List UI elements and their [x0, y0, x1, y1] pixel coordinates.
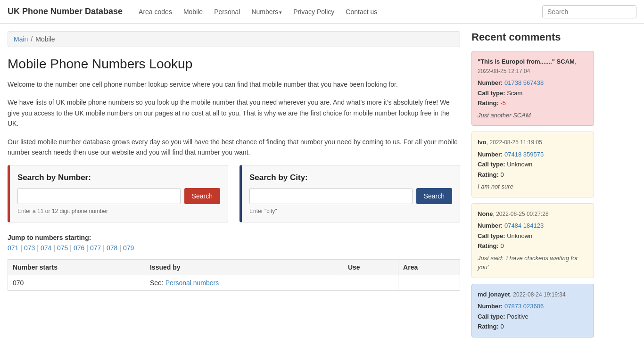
comment-rating-row: Rating: 0 — [478, 170, 588, 180]
table-header: Number starts Issued by Use Area — [8, 260, 460, 275]
comment-number-link[interactable]: 01738 567438 — [504, 79, 544, 86]
comment-calltype-value: Unknown — [507, 161, 532, 168]
comment-card-3: md jonayet, 2022-08-24 19:19:34 Number: … — [471, 284, 594, 337]
comment-rating-row: Rating: 0 — [478, 241, 588, 251]
comment-meta: Ivo, 2022-08-25 11:19:05 — [478, 138, 588, 147]
search-number-button[interactable]: Search — [184, 188, 220, 204]
comments-container: "This is Europol from......." SCAM, 2022… — [471, 51, 594, 337]
breadcrumb: Main / Mobile — [8, 31, 460, 47]
comment-card-0: "This is Europol from......." SCAM, 2022… — [471, 51, 594, 126]
comment-username: None — [478, 210, 493, 217]
comment-card-2: None, 2022-08-25 00:27:28 Number: 07484 … — [471, 203, 594, 278]
comment-number-link[interactable]: 07484 184123 — [504, 222, 544, 229]
jump-links: 071 | 073 | 074 | 075 | 076 | 077 | 078 … — [8, 244, 460, 252]
breadcrumb-current: Mobile — [35, 35, 55, 43]
comment-body: Just said: 'i have chickens waiting for … — [478, 254, 588, 272]
sidebar: Recent comments "This is Europol from...… — [471, 31, 594, 343]
jump-separator: | — [86, 244, 88, 252]
jump-separator: | — [53, 244, 55, 252]
jump-separator: | — [37, 244, 39, 252]
nav-personal[interactable]: Personal — [209, 5, 245, 18]
comment-number-row: Number: 07418 359575 — [478, 150, 588, 159]
jump-separator: | — [103, 244, 105, 252]
jump-link-075[interactable]: 075 — [57, 244, 68, 252]
comment-calltype-row: Call type: Positive — [478, 312, 588, 321]
col-area: Area — [398, 260, 460, 275]
breadcrumb-separator: / — [31, 35, 33, 43]
jump-link-076[interactable]: 076 — [74, 244, 84, 252]
search-city-button[interactable]: Search — [416, 188, 452, 204]
jump-link-079[interactable]: 079 — [123, 244, 134, 252]
comment-rating-value: 0 — [500, 242, 504, 249]
col-number-starts: Number starts — [8, 260, 145, 275]
jump-link-071[interactable]: 071 — [8, 244, 18, 252]
col-use: Use — [343, 260, 398, 275]
comment-date: , 2022-08-25 00:27:28 — [493, 211, 549, 217]
jump-label: Jump to numbers starting: — [8, 234, 460, 241]
jump-link-073[interactable]: 073 — [24, 244, 35, 252]
page-description: Welcome to the number one cell phone num… — [8, 79, 460, 157]
jump-separator: | — [20, 244, 22, 252]
cell-area — [398, 275, 460, 291]
table-header-row: Number starts Issued by Use Area — [8, 260, 460, 275]
nav-links: Area codes Mobile Personal Numbers Priva… — [134, 5, 542, 18]
jump-section: Jump to numbers starting: 071 | 073 | 07… — [8, 234, 460, 252]
desc-paragraph-2: We have lists of UK mobile phone numbers… — [8, 97, 460, 129]
comment-body: Just another SCAM — [478, 111, 588, 120]
jump-link-077[interactable]: 077 — [90, 244, 101, 252]
table-body: 070See: Personal numbers — [8, 275, 460, 291]
site-brand[interactable]: UK Phone Number Database — [8, 7, 123, 16]
search-number-hint: Enter a 11 or 12 digit phone number — [17, 208, 220, 214]
jump-link-074[interactable]: 074 — [41, 244, 51, 252]
search-city-input[interactable] — [249, 188, 413, 204]
jump-separator: | — [119, 244, 121, 252]
search-number-input[interactable] — [17, 188, 181, 204]
nav-mobile[interactable]: Mobile — [179, 5, 207, 18]
nav-privacy[interactable]: Privacy Policy — [289, 5, 339, 18]
desc-paragraph-3: Our listed mobile number database grows … — [8, 137, 460, 158]
nav-search-container — [542, 5, 636, 18]
page-title: Mobile Phone Numbers Lookup — [8, 57, 460, 72]
nav-search-input[interactable] — [542, 5, 636, 18]
comment-rating-row: Rating: 0 — [478, 322, 588, 331]
comment-rating-value: -5 — [500, 99, 506, 107]
search-by-city-box: Search by City: Search Enter "city" — [239, 165, 460, 222]
comment-calltype-label: Call type: — [478, 232, 505, 239]
col-issued-by: Issued by — [145, 260, 343, 275]
comment-number-row: Number: 07873 023606 — [478, 302, 588, 311]
breadcrumb-main-link[interactable]: Main — [14, 35, 28, 43]
nav-contact[interactable]: Contact us — [341, 5, 382, 18]
comment-number-link[interactable]: 07873 023606 — [504, 303, 544, 310]
nav-area-codes[interactable]: Area codes — [134, 5, 177, 18]
comment-meta: "This is Europol from......." SCAM, 2022… — [478, 57, 588, 75]
comment-calltype-row: Call type: Unknown — [478, 231, 588, 241]
search-city-hint: Enter "city" — [249, 208, 452, 214]
comment-calltype-label: Call type: — [478, 161, 505, 168]
comment-number-label: Number: — [478, 222, 503, 229]
comment-calltype-row: Call type: Scam — [478, 89, 588, 98]
comment-rating-label: Rating: — [478, 242, 499, 249]
comment-number-link[interactable]: 07418 359575 — [504, 151, 544, 158]
comment-calltype-row: Call type: Unknown — [478, 160, 588, 169]
comment-date: , 2022-08-24 19:19:34 — [510, 291, 566, 298]
dropdown-caret-icon — [279, 8, 282, 16]
main-container: Main / Mobile Mobile Phone Numbers Looku… — [0, 24, 644, 351]
comment-number-row: Number: 07484 184123 — [478, 221, 588, 230]
comment-body: I am not sure — [478, 182, 588, 191]
content-area: Main / Mobile Mobile Phone Numbers Looku… — [8, 31, 460, 343]
comment-calltype-value: Unknown — [507, 232, 532, 239]
table-row: 070See: Personal numbers — [8, 275, 460, 291]
numbers-table: Number starts Issued by Use Area 070See:… — [8, 259, 460, 291]
nav-numbers[interactable]: Numbers — [247, 5, 287, 18]
issued-by-link[interactable]: Personal numbers — [165, 279, 219, 287]
comment-card-1: Ivo, 2022-08-25 11:19:05 Number: 07418 3… — [471, 132, 594, 197]
search-boxes: Search by Number: Search Enter a 11 or 1… — [8, 165, 460, 222]
comment-rating-label: Rating: — [478, 171, 499, 178]
comment-meta: None, 2022-08-25 00:27:28 — [478, 209, 588, 219]
cell-number-start: 070 — [8, 275, 145, 291]
jump-link-078[interactable]: 078 — [107, 244, 117, 252]
search-by-number-box: Search by Number: Search Enter a 11 or 1… — [8, 165, 228, 222]
comment-number-label: Number: — [478, 79, 503, 86]
comment-number-label: Number: — [478, 151, 503, 158]
search-number-title: Search by Number: — [17, 173, 220, 182]
